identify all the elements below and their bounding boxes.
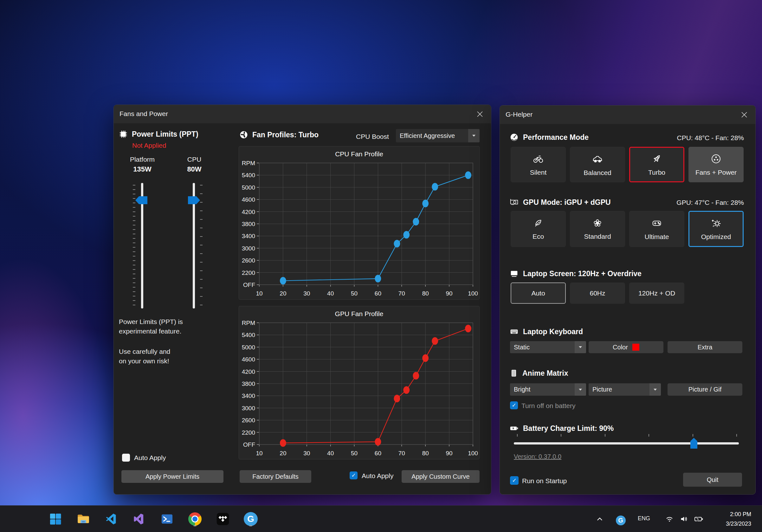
cpu-chart-plot[interactable]: 102030405060708090100OFF2200260030003400… — [239, 146, 479, 299]
tray-chevron-up-button[interactable] — [593, 513, 606, 525]
svg-text:70: 70 — [399, 290, 405, 297]
close-icon[interactable] — [737, 109, 751, 121]
svg-text:20: 20 — [279, 450, 286, 457]
tidal-icon — [216, 512, 230, 526]
battery-charge-limit-header: Battery Charge Limit: 90% — [509, 423, 614, 433]
battery-icon — [509, 423, 519, 433]
turn-off-on-battery-checkbox[interactable] — [510, 401, 518, 409]
keyboard-mode-dropdown[interactable]: Static — [510, 341, 586, 353]
cpu-boost-dropdown[interactable]: Efficient Aggressive — [396, 129, 480, 142]
performance-mode-balanced-button[interactable]: Balanced — [570, 147, 625, 182]
run-on-startup-checkbox[interactable] — [510, 476, 519, 485]
folder-icon — [76, 512, 90, 526]
screen-120hz-od-button[interactable]: 120Hz + OD — [629, 282, 684, 304]
wifi-tray-button[interactable] — [663, 513, 676, 525]
performance-mode-silent-button[interactable]: Silent — [511, 147, 566, 182]
tray-clock[interactable]: 2:00 PM 3/23/2023 — [726, 509, 751, 528]
battery-slider-thumb[interactable] — [690, 438, 697, 449]
svg-text:40: 40 — [327, 450, 334, 457]
g-helper-taskbar-button[interactable]: G — [242, 510, 260, 528]
performance-mode-fans-power-button[interactable]: Fans + Power — [688, 147, 744, 182]
chevron-down-icon[interactable] — [649, 383, 661, 396]
platform-slider-thumb[interactable] — [135, 196, 147, 204]
keyboard-color-swatch — [632, 344, 639, 351]
laptop-screen-header: Laptop Screen: 120Hz + Overdrive — [509, 269, 642, 278]
file-explorer-button[interactable] — [74, 510, 92, 528]
screen-auto-button[interactable]: Auto — [511, 282, 566, 304]
ppt-note-line: Use carefully and — [119, 348, 170, 355]
start-button[interactable] — [46, 510, 64, 528]
run-on-startup-label: Run on Startup — [522, 477, 567, 485]
g-helper-tray-button[interactable]: G — [614, 514, 627, 527]
apply-power-limits-button[interactable]: Apply Power Limits — [121, 470, 223, 483]
apply-custom-curve-button[interactable]: Apply Custom Curve — [402, 470, 480, 483]
turn-off-on-battery-label: Turn off on battery — [521, 402, 575, 410]
running-indicator — [194, 525, 196, 526]
factory-defaults-button[interactable]: Factory Defaults — [240, 470, 311, 483]
performance-mode-turbo-button[interactable]: Turbo — [629, 147, 684, 182]
svg-text:50: 50 — [351, 290, 357, 297]
chevron-down-icon[interactable] — [575, 341, 586, 353]
power-limits-auto-apply-checkbox[interactable] — [122, 454, 130, 462]
svg-text:10: 10 — [256, 450, 263, 457]
svg-text:5400: 5400 — [242, 172, 255, 179]
matrix-picture-gif-button[interactable]: Picture / Gif — [667, 383, 742, 396]
volume-tray-button[interactable] — [678, 513, 690, 525]
visual-studio-icon — [132, 512, 146, 526]
version-link[interactable]: Version: 0.37.0.0 — [514, 453, 561, 460]
svg-text:40: 40 — [327, 290, 334, 297]
svg-text:4200: 4200 — [242, 368, 255, 375]
chrome-button[interactable] — [186, 510, 204, 528]
cpu-slider-thumb[interactable] — [188, 196, 200, 204]
language-indicator[interactable]: ENG — [638, 515, 650, 522]
gpu-mode-optimized-button[interactable]: Optimized — [688, 211, 744, 247]
battery-limit-slider[interactable] — [514, 442, 739, 444]
svg-text:4600: 4600 — [242, 196, 255, 203]
matrix-mode-dropdown[interactable]: Picture — [589, 383, 661, 396]
svg-text:4600: 4600 — [242, 356, 255, 363]
keyboard-extra-button[interactable]: Extra — [667, 341, 742, 353]
gpu-card-icon — [509, 197, 519, 207]
cpu-fan-profile-chart[interactable]: CPU Fan Profile 102030405060708090100OFF… — [239, 146, 480, 300]
svg-text:30: 30 — [303, 450, 310, 457]
fan-profiles-header: Fan Profiles: Turbo — [239, 130, 319, 139]
svg-text:90: 90 — [446, 450, 453, 457]
close-icon[interactable] — [473, 108, 487, 120]
svg-text:90: 90 — [446, 290, 453, 297]
quit-button[interactable]: Quit — [683, 473, 742, 487]
battery-tray-button[interactable] — [692, 513, 705, 525]
keyboard-icon — [509, 327, 519, 337]
tidal-button[interactable] — [214, 510, 232, 528]
taskbar: G G ENG — [0, 505, 762, 532]
visual-studio-button[interactable] — [130, 510, 148, 528]
screen-60hz-button[interactable]: 60Hz — [570, 282, 625, 304]
bicycle-icon — [533, 153, 544, 165]
svg-text:20: 20 — [279, 290, 286, 297]
fan-curve-auto-apply-checkbox[interactable] — [349, 472, 357, 479]
power-limits-status: Not Applied — [132, 142, 166, 149]
ghelper-titlebar: G-Helper — [500, 106, 755, 124]
keyboard-color-button[interactable]: Color — [589, 341, 663, 353]
svg-text:3000: 3000 — [242, 245, 255, 252]
svg-text:60: 60 — [375, 290, 381, 297]
gpu-mode-eco-button[interactable]: Eco — [511, 211, 566, 247]
chevron-down-icon[interactable] — [575, 383, 586, 396]
cpu-boost-label: CPU Boost — [356, 133, 389, 140]
gpu-mode-standard-button[interactable]: Standard — [570, 211, 625, 247]
gpu-mode-ultimate-button[interactable]: Ultimate — [629, 211, 684, 247]
vscode-button[interactable] — [102, 510, 120, 528]
fans-window-title: Fans and Power — [119, 110, 168, 117]
gpu-fan-profile-chart[interactable]: GPU Fan Profile 102030405060708090100OFF… — [239, 306, 480, 459]
gpu-chart-plot[interactable]: 102030405060708090100OFF2200260030003400… — [239, 306, 479, 459]
car-icon — [591, 153, 603, 165]
svg-text:100: 100 — [468, 450, 478, 457]
chevron-down-icon[interactable] — [468, 129, 480, 142]
svg-text:60: 60 — [375, 450, 381, 457]
matrix-brightness-dropdown[interactable]: Bright — [510, 383, 586, 396]
platform-slider-ticks — [133, 185, 135, 307]
powershell-button[interactable] — [158, 510, 176, 528]
g-helper-window: G-Helper Performance Mode CPU: 48°C - Fa… — [499, 105, 756, 494]
gpu-temp-fan-status: GPU: 47°C - Fan: 28% — [676, 199, 744, 206]
tray-date: 3/23/2023 — [726, 519, 751, 528]
ppt-note-line: on your own risk! — [119, 357, 169, 365]
